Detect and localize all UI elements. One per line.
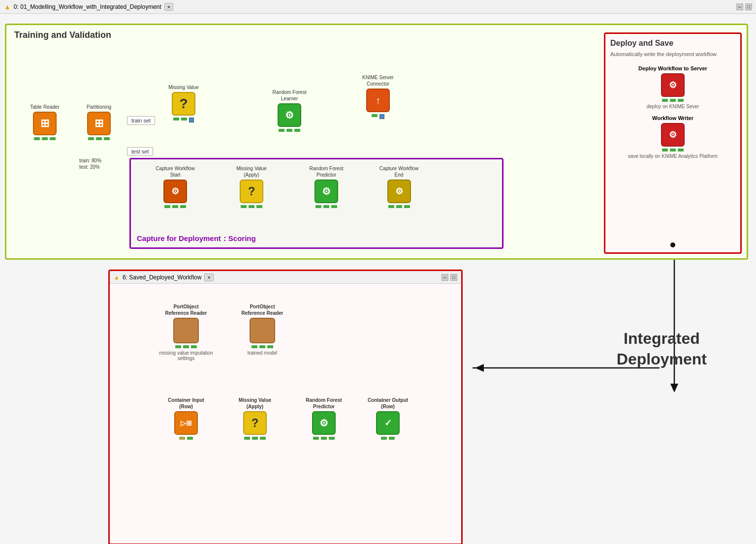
port-1 [372, 114, 378, 117]
port-1 [88, 137, 94, 140]
port-3 [191, 345, 197, 348]
mva-label: Missing Value (Apply) [229, 165, 274, 178]
maximize-button[interactable]: □ [745, 3, 752, 10]
rf-learner-node[interactable]: Random Forest Learner ⚙ [265, 89, 314, 132]
porr2-sublabel: trained model [248, 350, 278, 356]
svg-marker-12 [475, 364, 484, 372]
window-controls: ─ □ [736, 3, 752, 10]
deploy-save-title: Deploy and Save [610, 39, 735, 48]
port-2 [321, 437, 327, 440]
rf-predictor-bottom-node[interactable]: Random Forest Predictor ⚙ [297, 397, 351, 440]
port-3 [404, 205, 410, 208]
bottom-maximize-button[interactable]: □ [450, 274, 457, 281]
train-set-tag: train set [127, 116, 155, 125]
port-warn [179, 437, 185, 440]
bottom-window-controls: ─ □ [441, 274, 457, 281]
port-2 [670, 149, 676, 151]
port-2 [389, 437, 395, 440]
port-3 [267, 345, 273, 348]
integrated-deployment-text: Integrated Deployment [617, 329, 707, 369]
port-2 [670, 99, 676, 102]
test-set-tag: test set [127, 147, 153, 156]
table-reader-node[interactable]: Table Reader ⊞ [25, 104, 64, 140]
test-pct: test: 20% [79, 164, 100, 170]
rf-predictor-top-node[interactable]: Random Forest Predictor ⚙ [302, 165, 351, 208]
port-sq-blue [189, 118, 194, 122]
port-3 [678, 149, 684, 151]
port-object-ref1-node[interactable]: PortObject Reference Reader missing valu… [159, 303, 213, 361]
port-3 [256, 205, 262, 208]
main-canvas: Training and Validation Table Reader ⊞ P… [0, 14, 756, 544]
container-input-node[interactable]: Container Input (Row) ▷⊞ [159, 397, 213, 440]
minimize-button[interactable]: ─ [736, 3, 743, 10]
co-icon: ✓ [376, 411, 400, 435]
port-3 [180, 205, 186, 208]
title-bar: ▲ 0: 01_Modelling_Workflow_with_Integrat… [0, 0, 756, 14]
port-2 [181, 118, 187, 121]
cwe-label: Capture Workflow End [377, 165, 421, 178]
knime-server-connector-node[interactable]: KNIME Server Connector ↑ [351, 74, 405, 119]
rfpb-icon: ⚙ [312, 411, 336, 435]
porr2-icon [250, 318, 275, 343]
workflow-writer-node[interactable]: Workflow Writer ⚙ save locally on KNIME … [610, 115, 735, 159]
port-2 [286, 129, 292, 132]
title-text: 0: 01_Modelling_Workflow_with_Integrated… [14, 3, 161, 10]
cwe-icon: ⚙ [387, 180, 411, 203]
bottom-title-icon: ▲ [114, 274, 120, 281]
title-icon: ▲ [4, 3, 11, 11]
port-3 [678, 99, 684, 102]
rfp-top-label: Random Forest Predictor [304, 165, 348, 178]
missing-value-label: Missing Value [168, 84, 199, 91]
rf-learner-label: Random Forest Learner [267, 89, 312, 102]
port-2 [187, 437, 193, 440]
port-sq-blue [379, 114, 384, 119]
port-2 [396, 205, 402, 208]
workflow-writer-label: Workflow Writer [652, 115, 693, 121]
knime-server-label: KNIME Server Connector [356, 74, 400, 87]
bottom-minimize-button[interactable]: ─ [441, 274, 448, 281]
tab-close-button[interactable]: × [164, 3, 173, 11]
rf-learner-icon: ⚙ [278, 103, 301, 127]
capture-workflow-end-node[interactable]: Capture Workflow End ⚙ [373, 165, 425, 208]
deploy-workflow-node[interactable]: Deploy Workflow to Server ⚙ deploy on KN… [610, 65, 735, 109]
bottom-title-bar: ▲ 6: Saved_Deployed_Workflow × ─ □ [110, 271, 461, 284]
port-1 [662, 99, 668, 102]
port-2 [172, 205, 178, 208]
port-1 [175, 345, 181, 348]
ci-label: Container Input (Row) [164, 397, 208, 410]
port-3 [331, 205, 337, 208]
ci-icon: ▷⊞ [174, 411, 198, 435]
port-1 [252, 345, 257, 348]
port-object-ref2-node[interactable]: PortObject Reference Reader trained mode… [235, 303, 289, 356]
port-1 [164, 205, 170, 208]
port-1 [173, 118, 179, 121]
bottom-title-text: 6: Saved_Deployed_Workflow [123, 274, 202, 281]
port-3 [260, 437, 266, 440]
porr2-label: PortObject Reference Reader [240, 303, 284, 316]
container-output-node[interactable]: Container Output (Row) ✓ [361, 397, 415, 440]
deploy-workflow-icon: ⚙ [661, 73, 685, 97]
missing-value-apply-bottom-node[interactable]: Missing Value (Apply) ? [230, 397, 280, 440]
missing-value-node[interactable]: Missing Value ? [164, 84, 203, 122]
porr1-label: PortObject Reference Reader [164, 303, 208, 316]
port-2 [252, 437, 258, 440]
port-2 [323, 205, 329, 208]
porr1-sublabel: missing value imputation settings [159, 350, 213, 361]
rfp-top-icon: ⚙ [315, 180, 338, 203]
bottom-tab-close-button[interactable]: × [204, 273, 213, 281]
port-2 [259, 345, 265, 348]
knime-server-icon: ↑ [366, 89, 390, 112]
partitioning-node[interactable]: Partitioning ⊞ [79, 104, 119, 140]
missing-value-apply-node[interactable]: Missing Value (Apply) ? [227, 165, 276, 208]
capture-workflow-start-node[interactable]: Capture Workflow Start ⚙ [151, 165, 200, 208]
port-2 [183, 345, 189, 348]
deploy-sublabel: deploy on KNIME Sever [647, 104, 699, 109]
port-1 [388, 205, 394, 208]
port-1 [34, 137, 40, 140]
port-1 [241, 205, 247, 208]
workflow-writer-icon: ⚙ [661, 123, 685, 147]
mva-icon: ? [240, 180, 263, 203]
arrow-dot [670, 242, 675, 247]
port-2 [96, 137, 102, 140]
train-pct: train: 80% [79, 158, 101, 163]
